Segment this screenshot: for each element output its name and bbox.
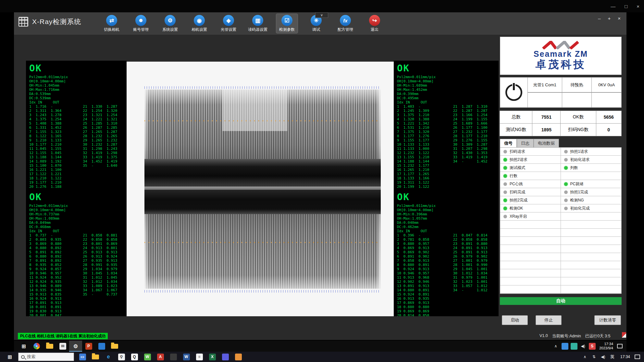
signal-row: 拍照2完成检测NG xyxy=(500,196,621,204)
measure-row: 34 - 1.012 xyxy=(453,288,495,292)
total-value: 7551 xyxy=(532,111,561,124)
stop-button[interactable]: 停止 xyxy=(536,315,562,325)
start-button[interactable]: ⊞ xyxy=(3,352,16,362)
tube-empty-cell xyxy=(527,92,562,108)
measure-row: 23 1.321 1.254 xyxy=(83,113,123,117)
signal-label: PC心跳 xyxy=(510,181,523,187)
auto-mode-bar[interactable]: 自动 xyxy=(500,297,622,305)
measure-row: 8 0.880 0.891 xyxy=(397,263,453,267)
toolbar-button-account[interactable]: ☻ 账号管理 xyxy=(130,14,152,33)
settings-app-icon[interactable]: ⚙ xyxy=(69,341,82,352)
toolbar-button-reader-settings[interactable]: ▥ 读码器设置 xyxy=(247,14,268,33)
toolbar-button-camera-settings[interactable]: ◉ 相机设置 xyxy=(189,14,210,33)
app-icon-orange[interactable] xyxy=(232,352,245,362)
inner-taskbar: ⊞✉⚙P ∧◀)S 17:34 2023/9/4 xyxy=(14,341,626,352)
dark-app-icon[interactable] xyxy=(167,352,180,362)
app-tray-icon-blue[interactable] xyxy=(560,341,569,352)
adobe-icon[interactable]: A xyxy=(154,352,167,362)
header-line: OH-Min:1.689mm xyxy=(397,83,495,88)
ime-indicator[interactable]: 英 xyxy=(608,354,617,360)
notepad-icon[interactable]: ≡ xyxy=(193,352,206,362)
app-tray-icon-teal[interactable] xyxy=(569,341,578,352)
tray-expand-icon[interactable]: ∧ xyxy=(580,352,589,362)
network-icon[interactable]: ⇅ xyxy=(589,352,599,362)
toolbar-button-exit[interactable]: ↪ 退出 xyxy=(364,14,385,33)
power-button[interactable] xyxy=(505,84,522,101)
signal-label: 初始化请求 xyxy=(570,157,590,163)
app-minimize-button[interactable]: – xyxy=(598,16,601,21)
tab-signal[interactable]: 信号 xyxy=(500,139,517,147)
measure-row: 9 1.210 1.133 xyxy=(29,138,83,142)
search-app-icon[interactable]: ⚲ xyxy=(115,352,128,362)
measure-row: 17 0.869 0.913 xyxy=(397,301,453,305)
signal-cell xyxy=(500,269,561,277)
toolbar-button-detection-params[interactable]: ☑ 检测参数 xyxy=(276,14,298,33)
app-icon-purple[interactable] xyxy=(219,352,232,362)
host-maximize-button[interactable]: □ xyxy=(625,4,627,9)
led-indicator xyxy=(503,174,507,178)
toolbar-button-tube-settings[interactable]: ◈ 光管设置 xyxy=(218,14,239,33)
qq-icon[interactable]: Q xyxy=(128,352,141,362)
chevron-down-icon[interactable]: ∨ xyxy=(315,12,328,18)
volume-icon[interactable]: ◀) xyxy=(599,352,608,362)
powerpoint-app-icon[interactable]: P xyxy=(82,341,95,352)
outer-clock[interactable]: 17:34 xyxy=(617,355,633,359)
excel-icon[interactable]: X xyxy=(206,352,219,362)
count-clear-button[interactable]: 计数清零 xyxy=(594,315,621,325)
header-line: OH[0.10mm~4.00mm] xyxy=(29,79,123,83)
app-maximize-button[interactable]: + xyxy=(608,16,611,21)
edge-icon[interactable]: e xyxy=(102,352,115,362)
measure-columns: Idx IN OUT1 1.403 -2 1.245 1.3093 1.375 … xyxy=(397,100,495,189)
column-header: Idx IN OUT xyxy=(397,100,453,104)
chrome-icon[interactable] xyxy=(30,341,43,352)
word-icon[interactable]: W xyxy=(180,352,193,362)
volume-icon[interactable]: ◀) xyxy=(578,341,588,352)
app-icon-monitor[interactable]: ▭ xyxy=(76,352,89,362)
skype-icon[interactable]: S xyxy=(588,341,597,352)
tray-expand-icon[interactable]: ∧ xyxy=(551,341,560,352)
host-close-button[interactable]: × xyxy=(637,4,639,9)
test-ng-value: 1895 xyxy=(532,123,561,136)
toolbar-button-switch-camera[interactable]: ⇄ 切换相机 xyxy=(101,14,122,33)
measure-row: 5 1.408 1.388 xyxy=(29,121,83,126)
app-icon-blue[interactable] xyxy=(95,341,108,352)
header-line: OH-Min:1.045mm xyxy=(29,83,123,88)
measure-row: 1 1.716 - xyxy=(29,104,83,109)
measure-row: 15 0.913 0.835 xyxy=(29,292,83,296)
measure-row: 6 1.331 1.452 xyxy=(29,126,83,130)
wechat-icon[interactable]: W xyxy=(141,352,154,362)
measure-row: 20 1.276 1.188 xyxy=(29,185,83,189)
total-label: 总数 xyxy=(500,111,532,124)
signal-row xyxy=(500,221,621,229)
mail-app-icon[interactable]: ✉ xyxy=(56,341,69,352)
top-annotation-ticks xyxy=(144,86,381,89)
action-center-icon[interactable] xyxy=(635,355,640,359)
led-indicator xyxy=(503,158,507,162)
tab-battery-data[interactable]: 电池数据 xyxy=(534,139,559,147)
measure-row: 31 1.207 1.298 xyxy=(453,147,495,151)
toolbar-button-system-settings[interactable]: ⚙ 系统设置 xyxy=(159,14,181,33)
measure-row: 23 0.891 0.880 xyxy=(453,242,495,246)
file-explorer2-icon[interactable] xyxy=(108,341,121,352)
host-minimize-button[interactable]: — xyxy=(611,4,615,9)
file-explorer-icon[interactable] xyxy=(43,341,56,352)
tube-kv-cell: 0KV 0uA xyxy=(591,77,622,92)
start-button[interactable]: 启动 xyxy=(502,315,528,325)
left-measure-panel: OKPxl2mm=0.011mm/pixOH[0.10mm~4.00mm]OH-… xyxy=(26,61,127,316)
checklist-icon: ☑ xyxy=(281,15,292,26)
measure-row: 27 1.001 0.979 xyxy=(453,259,495,263)
toolbar-button-recipe[interactable]: fx 配方管理 xyxy=(335,14,356,33)
start-button[interactable]: ⊞ xyxy=(17,341,30,352)
action-center-icon[interactable] xyxy=(617,344,623,348)
outer-taskbar-icons: ▭e⚲QWAW≡X xyxy=(76,352,245,362)
header-line: DC:0.539mm xyxy=(29,96,123,100)
tab-log[interactable]: 日志 xyxy=(517,139,534,147)
signal-cell: 拍照2请求 xyxy=(500,156,561,163)
app-close-button[interactable]: × xyxy=(618,16,621,21)
inner-clock[interactable]: 17:34 2023/9/4 xyxy=(597,342,616,350)
file-explorer-icon[interactable] xyxy=(89,352,102,362)
measure-row: 28 1.001 0.990 xyxy=(453,263,495,267)
brand-mini-icon xyxy=(622,332,626,338)
measure-row: 15 1.232 1.177 xyxy=(397,163,453,168)
taskbar-search-input[interactable]: 搜索 xyxy=(18,353,74,361)
